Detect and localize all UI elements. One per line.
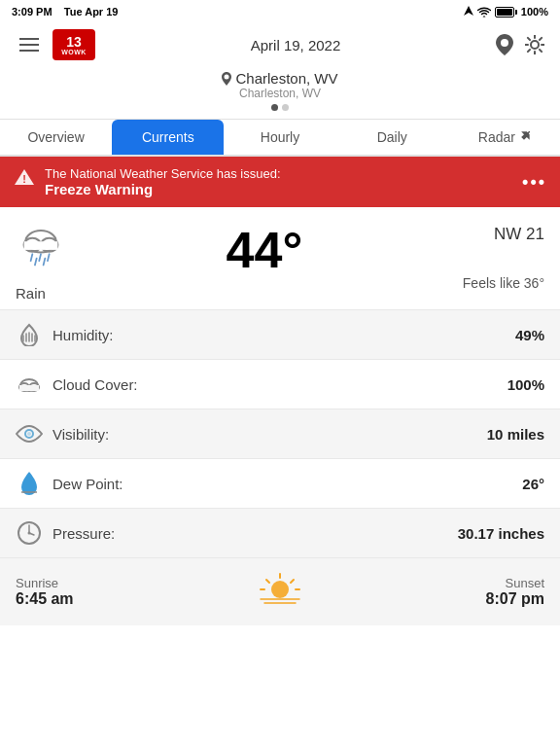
battery-percent: 100%: [521, 6, 548, 18]
humidity-value: 49%: [515, 327, 544, 343]
current-conditions: Rain 44° NW 21 Feels like 36°: [0, 207, 560, 310]
cloud-icon: [16, 371, 43, 398]
share-icon: [518, 131, 530, 143]
pressure-icon: [16, 519, 43, 547]
alert-text: The National Weather Service has issued:…: [45, 166, 281, 197]
status-indicators: 100%: [464, 6, 548, 18]
dot-2: [282, 104, 289, 111]
visibility-row: Visibility: 10 miles: [0, 409, 560, 459]
logo-callsign: WOWK: [61, 49, 87, 55]
tab-daily[interactable]: Daily: [336, 120, 448, 155]
humidity-row: Humidity: 49%: [0, 310, 560, 360]
sunset-item: Sunset 8:07 pm: [486, 576, 544, 608]
svg-line-7: [31, 254, 33, 261]
svg-line-31: [291, 580, 294, 583]
status-bar: 3:09 PM Tue Apr 19 100%: [0, 0, 560, 23]
svg-point-27: [28, 532, 31, 535]
cloud-cover-label: Cloud Cover:: [52, 376, 138, 393]
cloud-cover-row: Cloud Cover: 100%: [0, 360, 560, 409]
cloud-rain-icon: [16, 221, 66, 271]
svg-rect-6: [24, 241, 58, 250]
alert-banner[interactable]: ! The National Weather Service has issue…: [0, 157, 560, 207]
settings-button[interactable]: [525, 35, 544, 54]
sunset-time: 8:07 pm: [486, 590, 544, 608]
alert-line2: Freeze Warning: [45, 181, 281, 197]
svg-line-8: [39, 254, 41, 261]
weather-description: Rain: [16, 285, 46, 302]
current-temperature: 44°: [227, 225, 303, 275]
location-pin-icon: [222, 72, 231, 86]
header: 13 WOWK April 19, 2022: [0, 23, 560, 66]
pin-icon: [496, 34, 513, 55]
tab-currents[interactable]: Currents: [112, 120, 224, 155]
pressure-label: Pressure:: [52, 525, 115, 542]
location-button[interactable]: [496, 34, 513, 55]
sunset-label: Sunset: [506, 576, 544, 590]
dew-point-value: 26°: [522, 476, 544, 492]
dew-point-row: Dew Point: 26°: [0, 459, 560, 509]
svg-point-0: [501, 39, 508, 47]
tab-overview[interactable]: Overview: [0, 120, 112, 155]
dew-point-label: Dew Point:: [52, 476, 123, 492]
sunrise-icon: [259, 570, 301, 605]
pressure-row: Pressure: 30.17 inches: [0, 509, 560, 558]
wind-speed: NW 21: [463, 225, 544, 244]
status-day: Tue Apr 19: [64, 6, 119, 18]
sun-row: Sunrise 6:45 am Sunset 8:07 pm: [0, 558, 560, 625]
svg-point-22: [27, 432, 31, 436]
svg-text:!: !: [22, 173, 26, 185]
current-left: Rain: [16, 221, 66, 302]
gear-icon: [525, 35, 544, 54]
cloud-cover-value: 100%: [508, 376, 544, 393]
eye-icon: [16, 420, 43, 447]
app-logo: 13 WOWK: [52, 29, 95, 60]
sunrise-label: Sunrise: [16, 576, 74, 590]
dot-1: [271, 104, 278, 111]
sun-icon: [259, 570, 301, 614]
alert-content: ! The National Weather Service has issue…: [14, 166, 281, 197]
warning-triangle-icon: !: [14, 167, 35, 187]
humidity-icon: [16, 321, 43, 348]
alert-more-button[interactable]: •••: [522, 172, 546, 193]
drop-icon: [16, 470, 43, 497]
svg-rect-20: [19, 385, 39, 391]
humidity-label: Humidity:: [52, 327, 114, 343]
svg-line-11: [44, 259, 46, 266]
header-actions: [496, 34, 544, 55]
wifi-icon: [477, 7, 491, 18]
status-time: 3:09 PM: [12, 6, 52, 18]
tab-bar: Overview Currents Hourly Daily Radar: [0, 120, 560, 157]
current-right: NW 21 Feels like 36°: [463, 225, 544, 291]
weather-icon: [16, 221, 66, 279]
svg-point-1: [225, 74, 229, 79]
visibility-value: 10 miles: [487, 426, 544, 443]
logo-number: 13: [66, 35, 82, 49]
detail-rows: Humidity: 49% Cloud Cover: 100%: [0, 310, 560, 558]
svg-line-9: [48, 254, 50, 261]
menu-button[interactable]: [16, 34, 43, 55]
header-date: April 19, 2022: [251, 37, 341, 53]
tab-hourly[interactable]: Hourly: [224, 120, 335, 155]
feels-like: Feels like 36°: [463, 275, 544, 291]
location-bar: Charleston, WV Charleston, WV: [0, 66, 560, 120]
pressure-value: 30.17 inches: [458, 525, 544, 542]
sunrise-item: Sunrise 6:45 am: [16, 576, 74, 608]
battery-icon: [495, 7, 517, 18]
alert-icon: !: [14, 167, 35, 192]
visibility-label: Visibility:: [52, 426, 109, 443]
location-arrow-icon: [464, 6, 473, 18]
sunrise-time: 6:45 am: [16, 590, 74, 608]
page-indicator: [0, 104, 560, 111]
location-primary: Charleston, WV: [235, 70, 337, 87]
tab-radar[interactable]: Radar: [448, 120, 560, 155]
location-secondary: Charleston, WV: [0, 87, 560, 100]
svg-point-28: [271, 581, 289, 598]
svg-line-10: [35, 259, 37, 266]
svg-line-30: [266, 580, 269, 583]
alert-line1: The National Weather Service has issued:: [45, 166, 281, 181]
status-time-day: 3:09 PM Tue Apr 19: [12, 6, 118, 18]
